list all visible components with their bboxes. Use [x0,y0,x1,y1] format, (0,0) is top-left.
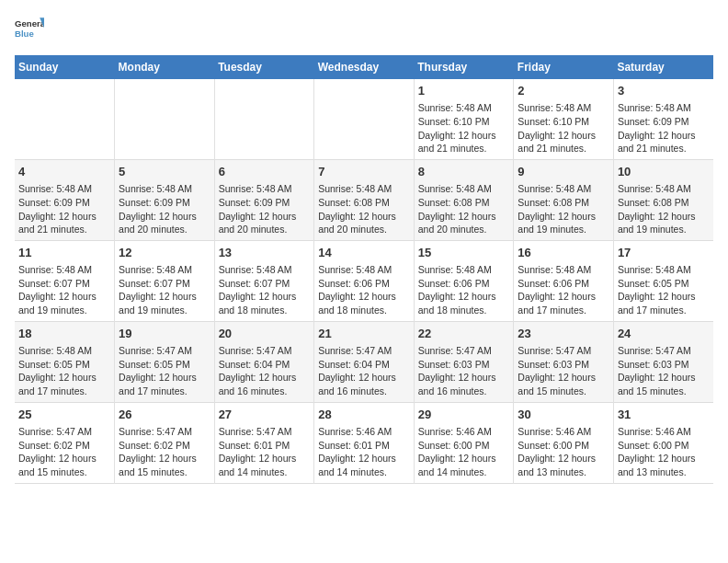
day-number: 13 [219,245,311,261]
day-info: Daylight: 12 hours [418,290,510,304]
calendar-day-header: Friday [514,55,614,79]
day-info: and 18 minutes. [219,304,311,317]
calendar-day-header: Wednesday [314,55,415,79]
day-info: and 16 minutes. [318,385,410,398]
day-number: 21 [318,326,410,342]
day-info: Sunset: 6:00 PM [518,439,609,453]
day-info: Sunset: 6:06 PM [318,277,410,291]
day-info: Sunrise: 5:48 AM [518,182,609,196]
calendar-table: SundayMondayTuesdayWednesdayThursdayFrid… [15,55,713,484]
day-info: Sunrise: 5:46 AM [318,425,410,439]
day-info: Daylight: 12 hours [219,371,311,385]
calendar-cell: 29Sunrise: 5:46 AMSunset: 6:00 PMDayligh… [414,402,514,483]
day-info: Sunrise: 5:46 AM [618,425,710,439]
calendar-week-row: 1Sunrise: 5:48 AMSunset: 6:10 PMDaylight… [15,79,713,159]
day-info: Sunrise: 5:48 AM [318,182,410,196]
calendar-cell: 26Sunrise: 5:47 AMSunset: 6:02 PMDayligh… [115,402,215,483]
calendar-cell: 27Sunrise: 5:47 AMSunset: 6:01 PMDayligh… [214,402,314,483]
day-info: Sunrise: 5:48 AM [518,101,609,115]
day-info: Daylight: 12 hours [418,129,510,143]
day-info: Daylight: 12 hours [18,290,110,304]
calendar-cell: 5Sunrise: 5:48 AMSunset: 6:09 PMDaylight… [115,159,215,240]
day-number: 25 [18,407,110,423]
calendar-cell: 2Sunrise: 5:48 AMSunset: 6:10 PMDaylight… [514,79,614,159]
day-info: Sunrise: 5:48 AM [618,182,710,196]
day-info: Daylight: 12 hours [618,210,710,224]
day-info: Sunrise: 5:47 AM [219,344,311,358]
day-number: 9 [518,164,609,180]
day-info: and 17 minutes. [119,385,210,398]
day-info: and 19 minutes. [119,304,210,317]
day-info: Sunrise: 5:48 AM [618,263,710,277]
day-info: Sunset: 6:00 PM [418,439,510,453]
day-info: Sunset: 6:04 PM [318,358,410,372]
day-info: and 15 minutes. [119,465,210,479]
calendar-cell: 23Sunrise: 5:47 AMSunset: 6:03 PMDayligh… [514,321,614,402]
calendar-week-row: 11Sunrise: 5:48 AMSunset: 6:07 PMDayligh… [15,240,713,321]
day-info: Daylight: 12 hours [219,210,311,224]
svg-text:Blue: Blue [15,29,34,39]
day-info: Sunset: 6:07 PM [119,277,210,291]
day-number: 4 [18,164,110,180]
calendar-cell: 21Sunrise: 5:47 AMSunset: 6:04 PMDayligh… [314,321,415,402]
day-info: Sunrise: 5:47 AM [119,344,210,358]
day-info: Sunset: 6:03 PM [418,358,510,372]
day-number: 11 [18,245,110,261]
day-info: and 17 minutes. [18,385,110,398]
calendar-cell: 12Sunrise: 5:48 AMSunset: 6:07 PMDayligh… [115,240,215,321]
calendar-header-row: SundayMondayTuesdayWednesdayThursdayFrid… [15,55,713,79]
day-info: and 20 minutes. [418,223,510,236]
day-info: Sunset: 6:10 PM [418,115,510,129]
calendar-cell: 22Sunrise: 5:47 AMSunset: 6:03 PMDayligh… [414,321,514,402]
day-info: Sunset: 6:02 PM [18,439,110,453]
day-info: and 20 minutes. [219,223,311,236]
day-info: and 14 minutes. [418,465,510,479]
day-info: Sunset: 6:05 PM [618,277,710,291]
day-info: Daylight: 12 hours [318,452,410,465]
day-info: Daylight: 12 hours [518,452,609,465]
day-info: Sunrise: 5:46 AM [518,425,609,439]
calendar-cell: 25Sunrise: 5:47 AMSunset: 6:02 PMDayligh… [15,402,115,483]
calendar-cell: 15Sunrise: 5:48 AMSunset: 6:06 PMDayligh… [414,240,514,321]
day-number: 3 [618,83,710,99]
day-info: Daylight: 12 hours [618,371,710,385]
day-info: Daylight: 12 hours [18,210,110,224]
day-info: Sunset: 6:09 PM [18,196,110,210]
calendar-cell: 3Sunrise: 5:48 AMSunset: 6:09 PMDaylight… [613,79,713,159]
day-info: and 19 minutes. [18,304,110,317]
day-info: Sunset: 6:09 PM [119,196,210,210]
day-info: Sunrise: 5:48 AM [418,182,510,196]
day-info: and 14 minutes. [219,465,311,479]
day-info: and 20 minutes. [119,223,210,236]
day-number: 10 [618,164,710,180]
calendar-cell [314,79,415,159]
day-info: Sunrise: 5:47 AM [219,425,311,439]
day-info: Daylight: 12 hours [119,371,210,385]
day-info: Sunset: 6:01 PM [318,439,410,453]
day-info: and 15 minutes. [518,385,609,398]
day-info: Sunset: 6:01 PM [219,439,311,453]
day-info: Sunset: 6:07 PM [219,277,311,291]
day-number: 27 [219,407,311,423]
day-info: Sunrise: 5:47 AM [18,425,110,439]
day-number: 2 [518,83,609,99]
calendar-week-row: 4Sunrise: 5:48 AMSunset: 6:09 PMDaylight… [15,159,713,240]
calendar-cell: 4Sunrise: 5:48 AMSunset: 6:09 PMDaylight… [15,159,115,240]
calendar-cell [115,79,215,159]
day-info: Sunset: 6:06 PM [518,277,609,291]
day-info: Daylight: 12 hours [418,452,510,465]
day-info: Sunrise: 5:48 AM [418,263,510,277]
day-info: Sunrise: 5:47 AM [418,344,510,358]
day-info: Sunset: 6:02 PM [119,439,210,453]
logo: General Blue [15,15,44,44]
day-info: Sunrise: 5:46 AM [418,425,510,439]
day-info: Daylight: 12 hours [618,290,710,304]
day-info: Daylight: 12 hours [618,129,710,143]
calendar-cell: 10Sunrise: 5:48 AMSunset: 6:08 PMDayligh… [613,159,713,240]
day-number: 1 [418,83,510,99]
day-info: and 15 minutes. [18,465,110,479]
calendar-cell: 14Sunrise: 5:48 AMSunset: 6:06 PMDayligh… [314,240,415,321]
day-info: and 17 minutes. [518,304,609,317]
day-number: 19 [119,326,210,342]
calendar-cell: 17Sunrise: 5:48 AMSunset: 6:05 PMDayligh… [613,240,713,321]
